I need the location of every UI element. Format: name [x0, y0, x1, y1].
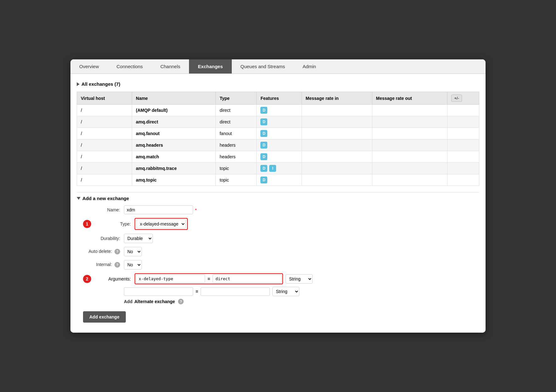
- feature-badge-d: D: [260, 142, 267, 149]
- cell-action: [448, 174, 479, 186]
- cell-type: direct: [216, 105, 257, 116]
- arg2-inputs: =: [124, 287, 270, 296]
- cell-features: D: [257, 128, 302, 139]
- cell-rate-in: [302, 116, 372, 128]
- auto-delete-help-icon[interactable]: ?: [114, 249, 120, 254]
- table-row: / amq.match headers D: [77, 151, 479, 163]
- cell-features: D: [257, 105, 302, 116]
- col-rate-in: Message rate in: [302, 92, 372, 105]
- cell-features: D: [257, 174, 302, 186]
- cell-rate-in: [302, 151, 372, 163]
- col-type: Type: [216, 92, 257, 105]
- auto-delete-select[interactable]: No Yes: [124, 247, 142, 256]
- auto-delete-label: Auto delete: ?: [83, 249, 124, 254]
- cell-vhost: /: [77, 116, 132, 128]
- arg2-value-input[interactable]: [201, 287, 270, 296]
- tab-channels[interactable]: Channels: [152, 59, 189, 74]
- durability-label: Durability:: [83, 236, 124, 241]
- tab-overview[interactable]: Overview: [70, 59, 108, 74]
- cell-type: direct: [216, 116, 257, 128]
- table-row: / (AMQP default) direct D: [77, 105, 479, 116]
- cell-type: topic: [216, 174, 257, 186]
- exchanges-table: Virtual host Name Type Features Message …: [77, 92, 479, 186]
- arg2-key-input[interactable]: [124, 287, 193, 296]
- cell-rate-out: [372, 174, 448, 186]
- expand-icon: [77, 197, 81, 200]
- tab-connections[interactable]: Connections: [108, 59, 152, 74]
- type-select-wrapper: direct fanout headers topic x-delayed-me…: [135, 218, 188, 230]
- cell-rate-out: [372, 128, 448, 139]
- cell-features: D: [257, 151, 302, 163]
- name-label: Name:: [83, 207, 124, 212]
- alternate-exchange-text: Alternate exchange: [134, 299, 175, 304]
- auto-delete-row: Auto delete: ? No Yes: [77, 247, 479, 256]
- nav-tabs: Overview Connections Channels Exchanges …: [70, 59, 486, 74]
- cell-action: [448, 128, 479, 139]
- add-link[interactable]: Add: [124, 299, 132, 304]
- alternate-exchange-row: Add Alternate exchange ?: [77, 299, 479, 304]
- cell-name: amq.fanout: [132, 128, 216, 139]
- all-exchanges-header[interactable]: All exchanges (7): [77, 79, 479, 89]
- cell-rate-out: [372, 105, 448, 116]
- internal-label: Internal: ?: [83, 262, 124, 268]
- durability-select[interactable]: Durable Transient: [124, 234, 153, 243]
- cell-type: headers: [216, 151, 257, 163]
- cell-vhost: /: [77, 139, 132, 151]
- content-area: All exchanges (7) Virtual host Name Type…: [70, 74, 486, 333]
- internal-row: Internal: ? No Yes: [77, 260, 479, 270]
- cell-name: amq.topic: [132, 174, 216, 186]
- cell-name: amq.headers: [132, 139, 216, 151]
- tab-queues-streams[interactable]: Queues and Streams: [232, 59, 294, 74]
- cell-rate-out: [372, 139, 448, 151]
- name-input[interactable]: [124, 205, 193, 214]
- tab-exchanges[interactable]: Exchanges: [189, 59, 231, 74]
- cell-rate-in: [302, 163, 372, 174]
- internal-help-icon[interactable]: ?: [114, 262, 120, 268]
- add-exchange-header[interactable]: Add a new exchange: [77, 193, 479, 205]
- table-row: / amq.topic topic D: [77, 174, 479, 186]
- annotation-2: 2: [83, 275, 91, 283]
- cell-rate-in: [302, 139, 372, 151]
- col-name: Name: [132, 92, 216, 105]
- table-row: / amq.headers headers D: [77, 139, 479, 151]
- col-plus-minus[interactable]: +/-: [448, 92, 479, 105]
- col-virtual-host: Virtual host: [77, 92, 132, 105]
- table-row: / amq.fanout fanout D: [77, 128, 479, 139]
- cell-name: (AMQP default): [132, 105, 216, 116]
- arg1-type-select[interactable]: String Number Boolean List Object: [286, 274, 313, 284]
- feature-badge-i: I: [269, 165, 276, 172]
- cell-vhost: /: [77, 174, 132, 186]
- feature-badge-d: D: [260, 177, 267, 183]
- cell-action: [448, 151, 479, 163]
- arg2-type-select[interactable]: String Number Boolean List Object: [272, 287, 299, 296]
- cell-vhost: /: [77, 105, 132, 116]
- required-indicator: *: [195, 207, 197, 213]
- cell-rate-out: [372, 116, 448, 128]
- arguments-label: Arguments:: [94, 276, 135, 281]
- type-label: Type:: [94, 221, 135, 226]
- col-rate-out: Message rate out: [372, 92, 448, 105]
- tab-admin[interactable]: Admin: [294, 59, 325, 74]
- cell-name: amq.match: [132, 151, 216, 163]
- collapse-icon: [77, 82, 80, 86]
- args-equals-2: =: [196, 289, 198, 294]
- annotation-1: 1: [83, 220, 91, 228]
- feature-badge-d: D: [260, 107, 267, 114]
- main-window: Overview Connections Channels Exchanges …: [70, 59, 486, 333]
- add-exchange-button[interactable]: Add exchange: [83, 311, 126, 323]
- type-select[interactable]: direct fanout headers topic x-delayed-me…: [136, 219, 186, 229]
- cell-vhost: /: [77, 163, 132, 174]
- arg1-value-input[interactable]: [213, 275, 282, 283]
- internal-select[interactable]: No Yes: [124, 260, 142, 270]
- arg1-key-input[interactable]: [136, 275, 205, 283]
- plus-minus-button[interactable]: +/-: [451, 95, 462, 102]
- cell-action: [448, 116, 479, 128]
- col-features: Features: [257, 92, 302, 105]
- cell-name: amq.rabbitmq.trace: [132, 163, 216, 174]
- alternate-exchange-help-icon[interactable]: ?: [178, 299, 184, 304]
- args-bordered-wrapper: =: [135, 273, 283, 284]
- cell-name: amq.direct: [132, 116, 216, 128]
- cell-action: [448, 163, 479, 174]
- arguments-row-1: 2 Arguments: = String Number Boolean Lis…: [77, 273, 479, 284]
- cell-rate-in: [302, 174, 372, 186]
